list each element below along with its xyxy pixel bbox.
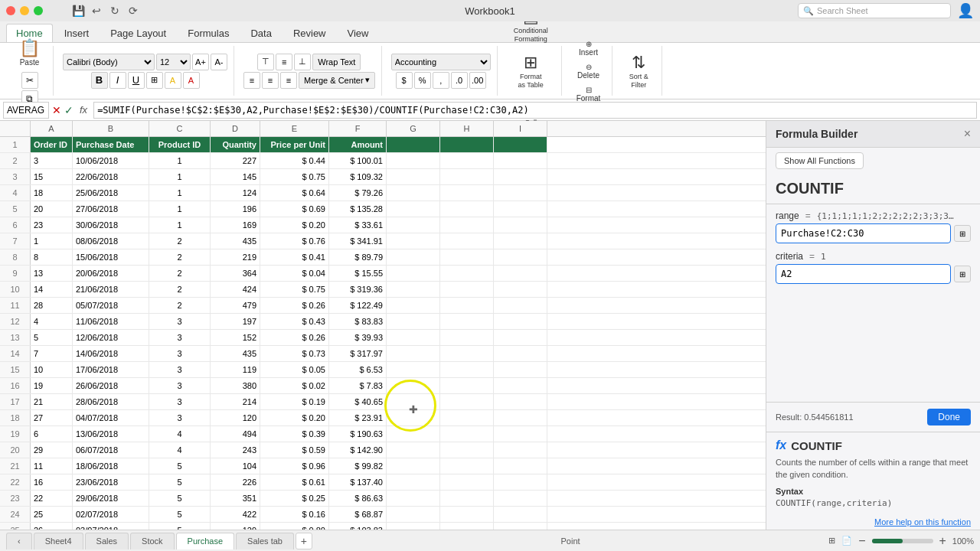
cell-reference-input[interactable] bbox=[3, 102, 49, 119]
cell-f10[interactable]: $ 319.36 bbox=[329, 282, 387, 297]
cell-i20[interactable] bbox=[494, 442, 547, 458]
cell-e21[interactable]: $ 0.96 bbox=[260, 458, 329, 474]
cell-h25[interactable] bbox=[440, 523, 494, 530]
cell-i7[interactable] bbox=[494, 233, 547, 249]
cell-b3[interactable]: 22/06/2018 bbox=[73, 169, 149, 184]
cell-i21[interactable] bbox=[494, 458, 547, 474]
cell-a9[interactable]: 13 bbox=[31, 266, 73, 281]
table-row[interactable]: 1Order IDPurchase DateProduct IDQuantity… bbox=[0, 137, 766, 153]
cell-e7[interactable]: $ 0.76 bbox=[260, 233, 329, 249]
sheet-tab-sales[interactable]: Sales bbox=[85, 533, 129, 549]
cell-b2[interactable]: 10/06/2018 bbox=[73, 153, 149, 168]
cell-g19[interactable] bbox=[387, 426, 440, 442]
table-row[interactable]: 12411/06/20183197$ 0.43$ 83.83 bbox=[0, 314, 766, 330]
cell-c20[interactable]: 4 bbox=[149, 442, 211, 458]
cell-d11[interactable]: 479 bbox=[211, 298, 260, 313]
cell-e16[interactable]: $ 0.02 bbox=[260, 378, 329, 393]
cell-e11[interactable]: $ 0.26 bbox=[260, 298, 329, 313]
cell-b10[interactable]: 21/06/2018 bbox=[73, 282, 149, 297]
minimize-button[interactable] bbox=[20, 6, 29, 15]
cell-a18[interactable]: 27 bbox=[31, 410, 73, 425]
cell-g22[interactable] bbox=[387, 474, 440, 490]
cell-a22[interactable]: 16 bbox=[31, 474, 73, 490]
table-row[interactable]: 41825/06/20181124$ 0.64$ 79.26 bbox=[0, 185, 766, 201]
cell-f20[interactable]: $ 142.90 bbox=[329, 442, 387, 458]
cell-h14[interactable] bbox=[440, 346, 494, 361]
sheet-tab-sheet4[interactable]: Sheet4 bbox=[34, 533, 83, 549]
cell-d9[interactable]: 364 bbox=[211, 266, 260, 281]
fb-more-help-link[interactable]: More help on this function bbox=[766, 514, 980, 530]
cell-b11[interactable]: 05/07/2018 bbox=[73, 298, 149, 313]
col-header-h[interactable]: H bbox=[440, 121, 494, 136]
cell-i2[interactable] bbox=[494, 153, 547, 168]
table-row[interactable]: 211118/06/20185104$ 0.96$ 99.82 bbox=[0, 458, 766, 474]
sheet-tab-sales-tab[interactable]: Sales tab bbox=[236, 533, 294, 549]
page-view-icon[interactable]: 📄 bbox=[841, 536, 852, 546]
cell-a20[interactable]: 29 bbox=[31, 442, 73, 458]
cell-a4[interactable]: 18 bbox=[31, 185, 73, 201]
cell-h10[interactable] bbox=[440, 282, 494, 297]
table-row[interactable]: 221623/06/20185226$ 0.61$ 137.40 bbox=[0, 474, 766, 491]
cut-button[interactable]: ✂ bbox=[21, 72, 38, 89]
cell-b4[interactable]: 25/06/2018 bbox=[73, 185, 149, 201]
align-middle-button[interactable]: ≡ bbox=[276, 54, 292, 70]
cell-h24[interactable] bbox=[440, 507, 494, 522]
cell-h8[interactable] bbox=[440, 249, 494, 265]
cell-b24[interactable]: 02/07/2018 bbox=[73, 507, 149, 522]
cell-e12[interactable]: $ 0.43 bbox=[260, 314, 329, 329]
cell-d10[interactable]: 424 bbox=[211, 282, 260, 297]
paste-button[interactable]: 📋 Paste bbox=[12, 34, 47, 70]
cell-d15[interactable]: 119 bbox=[211, 362, 260, 377]
cell-e22[interactable]: $ 0.61 bbox=[260, 474, 329, 490]
cell-i14[interactable] bbox=[494, 346, 547, 361]
search-box[interactable]: 🔍 Search Sheet bbox=[798, 3, 951, 18]
cell-b14[interactable]: 14/06/2018 bbox=[73, 346, 149, 361]
cell-c14[interactable]: 3 bbox=[149, 346, 211, 361]
cell-a14[interactable]: 7 bbox=[31, 346, 73, 361]
cell-b23[interactable]: 29/06/2018 bbox=[73, 491, 149, 506]
cell-d24[interactable]: 422 bbox=[211, 507, 260, 522]
cell-f1[interactable]: Amount bbox=[329, 137, 387, 152]
cell-g16[interactable] bbox=[387, 378, 440, 393]
cell-e4[interactable]: $ 0.64 bbox=[260, 185, 329, 201]
cell-b21[interactable]: 18/06/2018 bbox=[73, 458, 149, 474]
cell-c22[interactable]: 5 bbox=[149, 474, 211, 490]
table-row[interactable]: 101421/06/20182424$ 0.75$ 319.36 bbox=[0, 282, 766, 298]
cell-g13[interactable] bbox=[387, 330, 440, 345]
cell-b12[interactable]: 11/06/2018 bbox=[73, 314, 149, 329]
add-sheet-button[interactable]: + bbox=[296, 533, 312, 549]
cell-d25[interactable]: 129 bbox=[211, 523, 260, 530]
cell-f5[interactable]: $ 135.28 bbox=[329, 201, 387, 217]
cell-d8[interactable]: 219 bbox=[211, 249, 260, 265]
cell-b16[interactable]: 26/06/2018 bbox=[73, 378, 149, 393]
cell-i8[interactable] bbox=[494, 249, 547, 265]
cell-d16[interactable]: 380 bbox=[211, 378, 260, 393]
cell-h1[interactable] bbox=[440, 137, 494, 152]
comma-button[interactable]: , bbox=[433, 72, 449, 89]
cell-i19[interactable] bbox=[494, 426, 547, 442]
cell-b13[interactable]: 12/06/2018 bbox=[73, 330, 149, 345]
tab-page-layout[interactable]: Page Layout bbox=[100, 24, 176, 42]
table-row[interactable]: 62330/06/20181169$ 0.20$ 33.61 bbox=[0, 217, 766, 233]
col-header-e[interactable]: E bbox=[260, 121, 329, 136]
insert-cells-button[interactable]: ⊕ Insert bbox=[573, 37, 603, 59]
cell-b22[interactable]: 23/06/2018 bbox=[73, 474, 149, 490]
table-row[interactable]: 112805/07/20182479$ 0.26$ 122.49 bbox=[0, 298, 766, 314]
table-row[interactable]: 7108/06/20182435$ 0.76$ 341.91 bbox=[0, 233, 766, 249]
increase-font-button[interactable]: A+ bbox=[192, 54, 209, 70]
align-center-button[interactable]: ≡ bbox=[262, 72, 279, 89]
cell-a2[interactable]: 3 bbox=[31, 153, 73, 168]
cell-i16[interactable] bbox=[494, 378, 547, 393]
cell-f11[interactable]: $ 122.49 bbox=[329, 298, 387, 313]
cell-h16[interactable] bbox=[440, 378, 494, 393]
cell-e8[interactable]: $ 0.41 bbox=[260, 249, 329, 265]
cell-c25[interactable]: 5 bbox=[149, 523, 211, 530]
tab-formulas[interactable]: Formulas bbox=[178, 24, 239, 42]
cell-d1[interactable]: Quantity bbox=[211, 137, 260, 152]
wrap-text-button[interactable]: Wrap Text bbox=[312, 54, 361, 70]
cell-c24[interactable]: 5 bbox=[149, 507, 211, 522]
cell-g4[interactable] bbox=[387, 185, 440, 201]
cell-f22[interactable]: $ 137.40 bbox=[329, 474, 387, 490]
cell-f8[interactable]: $ 89.79 bbox=[329, 249, 387, 265]
cell-g11[interactable] bbox=[387, 298, 440, 313]
